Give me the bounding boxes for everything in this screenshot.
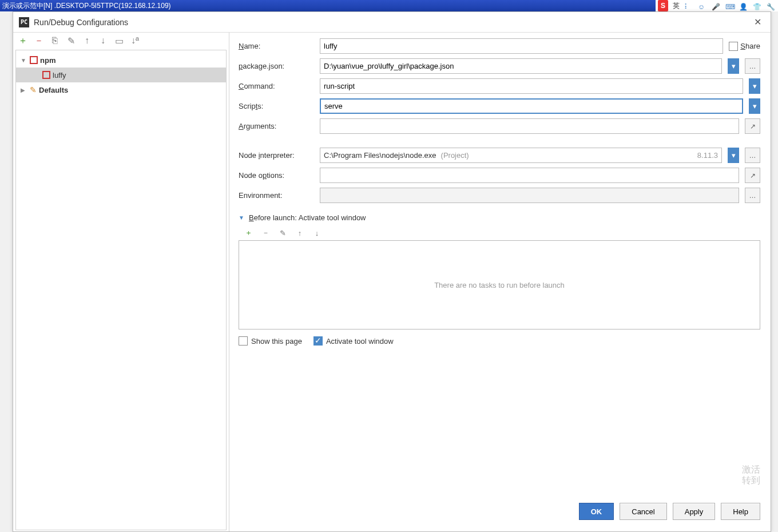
tree-node-defaults[interactable]: ▶ ✎ Defaults <box>16 82 226 97</box>
scripts-input[interactable] <box>320 98 743 114</box>
nodeopts-expand-button[interactable]: ↗ <box>745 168 760 183</box>
config-tree-panel: ＋ － ⎘ ✎ ↑ ↓ ▭ ↓ª ▼ npm luffy <box>13 33 229 531</box>
tree-label-npm: npm <box>40 56 55 65</box>
share-label: Share <box>740 42 760 50</box>
dialog-header: PC Run/Debug Configurations ✕ <box>13 12 771 33</box>
row-package: package.json: ▾ … <box>239 58 760 74</box>
dialog: PC Run/Debug Configurations ✕ ＋ － ⎘ ✎ ↑ … <box>13 11 771 532</box>
tree-label-luffy: luffy <box>53 71 66 80</box>
bl-add-button[interactable]: ＋ <box>243 228 253 238</box>
label-arguments: Arguments: <box>239 122 314 130</box>
row-env: Environment: … <box>239 188 760 203</box>
show-page-checkbox[interactable] <box>239 336 248 346</box>
help-button[interactable]: Help <box>721 503 760 520</box>
share-checkbox-row[interactable]: Share <box>729 42 760 51</box>
wrench-icon[interactable]: 🔧 <box>767 1 776 10</box>
package-input[interactable] <box>320 58 722 74</box>
interpreter-version: 8.11.3 <box>697 151 718 160</box>
ok-button[interactable]: OK <box>579 503 614 520</box>
interpreter-project: (Project) <box>441 151 469 160</box>
background-gutter <box>0 11 13 532</box>
smiley-icon[interactable]: ☺ <box>698 1 707 10</box>
tree-toolbar: ＋ － ⎘ ✎ ↑ ↓ ▭ ↓ª <box>13 33 229 49</box>
interpreter-dropdown[interactable]: ▾ <box>728 148 739 163</box>
scripts-dropdown[interactable]: ▾ <box>749 98 760 114</box>
activate-label: Activate tool window <box>326 337 394 346</box>
dialog-body: ＋ － ⎘ ✎ ↑ ↓ ▭ ↓ª ▼ npm luffy <box>13 33 771 531</box>
interpreter-browse-button[interactable]: … <box>745 148 760 163</box>
activate-checkbox[interactable] <box>313 336 323 346</box>
package-browse-button[interactable]: … <box>745 58 760 74</box>
ime-lang: 英 <box>673 0 680 11</box>
move-up-button[interactable]: ↑ <box>82 35 92 46</box>
chevron-down-icon: ▼ <box>239 215 245 221</box>
package-dropdown[interactable]: ▾ <box>728 58 739 74</box>
sort-button[interactable]: ↓ª <box>130 35 140 46</box>
form-panel: NName:ame: Share package.json: ▾ … Comma… <box>229 33 771 531</box>
env-input[interactable] <box>320 188 739 203</box>
ime-tray: S 英 ⠇ ☺ 🎤 ⌨ 👤 👕 🔧 <box>656 0 778 11</box>
label-package: package.json: <box>239 62 314 70</box>
before-launch-list[interactable]: There are no tasks to run before launch <box>239 240 760 329</box>
label-name: NName:ame: <box>239 42 314 50</box>
dialog-footer: OK Cancel Apply Help <box>239 495 760 526</box>
bl-up-button[interactable]: ↑ <box>295 228 305 238</box>
before-launch-label: Before launch: Activate tool window <box>249 213 366 222</box>
add-config-button[interactable]: ＋ <box>18 35 28 46</box>
label-scripts: Scripts: <box>239 102 314 110</box>
label-command: Command: <box>239 82 314 90</box>
share-checkbox[interactable] <box>729 42 738 51</box>
row-command: Command: ▾ <box>239 78 760 94</box>
bl-down-button[interactable]: ↓ <box>312 228 322 238</box>
nodeopts-input[interactable] <box>320 168 739 183</box>
env-browse-button[interactable]: … <box>745 188 760 203</box>
remove-config-button[interactable]: － <box>34 35 44 46</box>
person-icon[interactable]: 👤 <box>739 1 748 10</box>
dialog-title: Run/Debug Configurations <box>34 18 751 27</box>
apply-button[interactable]: Apply <box>673 503 716 520</box>
bl-edit-button[interactable]: ✎ <box>277 228 288 238</box>
check-row: Show this page Activate tool window <box>239 336 760 346</box>
row-name: NName:ame: Share <box>239 38 760 54</box>
row-interpreter: Node interpreter: C:\Program Files\nodej… <box>239 148 760 163</box>
before-launch-toolbar: ＋ － ✎ ↑ ↓ <box>239 225 760 240</box>
before-launch-empty: There are no tasks to run before launch <box>434 281 565 289</box>
sogou-icon: S <box>658 0 668 11</box>
config-tree[interactable]: ▼ npm luffy ▶ ✎ Defaults <box>15 50 227 530</box>
keyboard-icon[interactable]: ⌨ <box>725 1 735 10</box>
row-scripts: Scripts: ▾ <box>239 98 760 114</box>
command-dropdown[interactable]: ▾ <box>749 78 760 94</box>
label-env: Environment: <box>239 191 314 200</box>
row-nodeopts: Node options: ↗ <box>239 168 760 183</box>
copy-config-button[interactable]: ⎘ <box>50 35 60 46</box>
defaults-icon: ✎ <box>30 85 37 94</box>
mic-icon[interactable]: 🎤 <box>712 1 721 10</box>
folder-button[interactable]: ▭ <box>114 35 124 46</box>
activate-check[interactable]: Activate tool window <box>313 336 394 346</box>
interpreter-input[interactable]: C:\Program Files\nodejs\node.exe (Projec… <box>320 148 722 163</box>
show-page-check[interactable]: Show this page <box>239 336 302 346</box>
tree-label-defaults: Defaults <box>39 86 68 94</box>
command-input[interactable] <box>320 78 743 94</box>
show-page-label: Show this page <box>251 337 302 346</box>
dots-icon: ⠇ <box>684 1 693 10</box>
label-interpreter: Node interpreter: <box>239 151 314 160</box>
chevron-right-icon: ▶ <box>21 87 27 93</box>
shirt-icon[interactable]: 👕 <box>753 1 762 10</box>
tree-node-npm[interactable]: ▼ npm <box>16 53 226 68</box>
npm-icon <box>42 71 50 79</box>
save-config-button[interactable]: ✎ <box>66 35 76 46</box>
interpreter-path: C:\Program Files\nodejs\node.exe <box>324 151 436 160</box>
cancel-button[interactable]: Cancel <box>620 503 666 520</box>
before-launch-header[interactable]: ▼ Before launch: Activate tool window <box>239 213 760 222</box>
bl-remove-button[interactable]: － <box>260 228 271 238</box>
label-nodeopts: Node options: <box>239 171 314 180</box>
system-titlebar: 演示或示范中[N] .DESKTOP-5I5TTPC(192.168.12.10… <box>0 0 778 11</box>
tree-node-luffy[interactable]: luffy <box>16 68 226 82</box>
arguments-expand-button[interactable]: ↗ <box>745 118 760 134</box>
move-down-button[interactable]: ↓ <box>98 35 108 46</box>
close-button[interactable]: ✕ <box>751 15 765 29</box>
name-input[interactable] <box>320 38 723 54</box>
pycharm-icon: PC <box>19 17 29 27</box>
arguments-input[interactable] <box>320 118 739 134</box>
